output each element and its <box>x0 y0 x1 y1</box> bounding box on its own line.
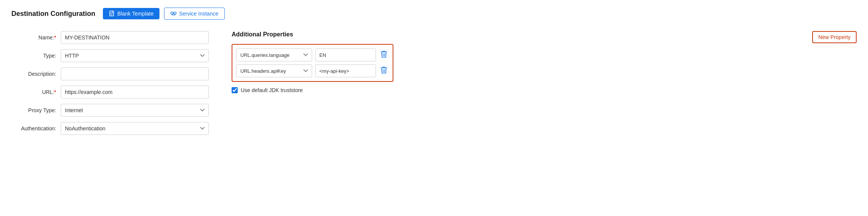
service-instance-label: Service Instance <box>179 11 218 17</box>
description-row: Description: <box>11 67 209 80</box>
svg-rect-2 <box>174 12 176 14</box>
blank-template-label: Blank Template <box>117 11 153 17</box>
name-input[interactable] <box>61 31 209 44</box>
type-row: Type: HTTP RFC LDAP MAIL <box>11 49 209 62</box>
property-key-select-1[interactable]: URL.queries.language URL.headers.apiKey … <box>236 49 312 61</box>
property-key-select-2[interactable]: URL.headers.apiKey URL.queries.language … <box>236 64 312 77</box>
truststore-row: Use default JDK truststore <box>232 87 857 93</box>
property-row-2: URL.headers.apiKey URL.queries.language … <box>236 64 389 77</box>
type-select[interactable]: HTTP RFC LDAP MAIL <box>61 49 209 62</box>
svg-rect-1 <box>171 12 173 14</box>
destination-form: Name:* Type: HTTP RFC LDAP MAIL Descript… <box>11 31 209 140</box>
additional-properties-section: Additional Properties New Property URL.q… <box>232 31 857 93</box>
name-row: Name:* <box>11 31 209 44</box>
authentication-select[interactable]: NoAuthentication BasicAuthentication OAu… <box>61 122 209 135</box>
authentication-label: Authentication: <box>11 125 61 131</box>
proxy-type-row: Proxy Type: Internet OnPremise PrivateLi… <box>11 104 209 117</box>
property-row-1: URL.queries.language URL.headers.apiKey … <box>236 49 389 61</box>
truststore-checkbox[interactable] <box>232 87 238 93</box>
truststore-label[interactable]: Use default JDK truststore <box>241 87 303 93</box>
url-required-star: * <box>54 89 56 95</box>
properties-container: URL.queries.language URL.headers.apiKey … <box>232 44 393 82</box>
delete-property-2-icon[interactable] <box>379 66 389 77</box>
property-value-input-1[interactable] <box>315 49 376 61</box>
service-instance-button[interactable]: Service Instance <box>164 8 225 20</box>
type-label: Type: <box>11 53 61 59</box>
name-label: Name:* <box>11 34 61 41</box>
additional-properties-title: Additional Properties <box>232 31 857 38</box>
new-property-button[interactable]: New Property <box>812 31 857 43</box>
description-label: Description: <box>11 71 61 77</box>
property-value-input-2[interactable] <box>315 64 376 77</box>
url-row: URL:* <box>11 86 209 99</box>
authentication-row: Authentication: NoAuthentication BasicAu… <box>11 122 209 135</box>
page-title: Destination Configuration <box>11 10 95 18</box>
proxy-type-select[interactable]: Internet OnPremise PrivateLink <box>61 104 209 117</box>
description-input[interactable] <box>61 67 209 80</box>
template-icon <box>109 11 115 17</box>
blank-template-button[interactable]: Blank Template <box>103 8 159 19</box>
url-input[interactable] <box>61 86 209 99</box>
proxy-type-label: Proxy Type: <box>11 107 61 113</box>
service-instance-icon <box>170 11 177 17</box>
page-header: Destination Configuration Blank Template… <box>11 8 857 20</box>
main-content: Name:* Type: HTTP RFC LDAP MAIL Descript… <box>11 31 857 140</box>
delete-property-1-icon[interactable] <box>379 50 389 61</box>
name-required-star: * <box>54 34 56 41</box>
url-label: URL:* <box>11 89 61 95</box>
